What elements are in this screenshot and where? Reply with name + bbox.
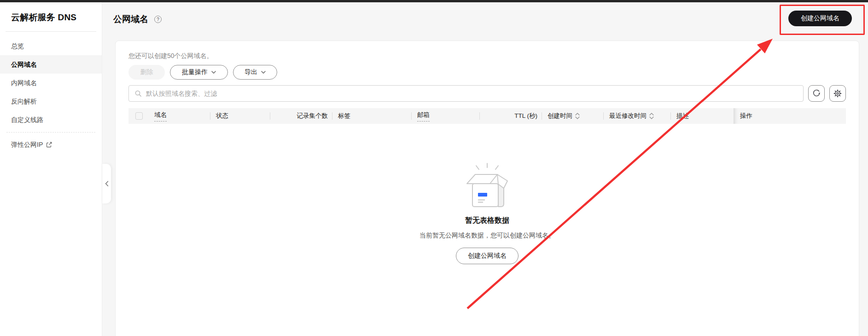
batch-operations-button[interactable]: 批量操作	[170, 65, 228, 80]
empty-title: 暂无表格数据	[128, 216, 846, 226]
sidebar-collapse-handle[interactable]	[102, 164, 111, 203]
external-link-icon	[46, 142, 52, 148]
sort-icon[interactable]	[649, 112, 654, 120]
sidebar-item-label: 弹性公网IP	[11, 135, 43, 154]
create-public-zone-button-empty[interactable]: 创建公网域名	[456, 248, 518, 264]
zone-list-card: 您还可以创建50个公网域名。 删除 批量操作 导出	[115, 41, 859, 336]
sidebar-item-ptr-record[interactable]: 反向解析	[0, 92, 102, 110]
settings-button[interactable]	[829, 85, 846, 102]
column-label: 记录集个数	[297, 112, 328, 120]
create-public-zone-button-top[interactable]: 创建公网域名	[788, 11, 852, 26]
sidebar-item-private-zone[interactable]: 内网域名	[0, 74, 102, 92]
column-label: 最近修改时间	[609, 112, 647, 120]
sidebar-dashed-divider	[6, 132, 95, 133]
gear-icon	[833, 89, 842, 98]
export-label: 导出	[245, 68, 257, 76]
empty-description: 当前暂无公网域名数据，您可以创建公网域名。	[128, 232, 846, 240]
sidebar: 云解析服务 DNS 总览公网域名内网域名反向解析自定义线路 弹性公网IP	[0, 2, 102, 336]
service-title: 云解析服务 DNS	[11, 12, 102, 23]
column-label: 域名	[154, 111, 167, 122]
search-row	[128, 85, 846, 102]
table-header: 域名状态记录集个数标签邮箱TTL (秒)创建时间最近修改时间描述操作	[128, 108, 846, 124]
column-header-description: 描述	[671, 108, 734, 124]
search-box	[128, 85, 804, 102]
column-label: 邮箱	[417, 111, 430, 122]
delete-button[interactable]: 删除	[128, 65, 165, 80]
search-icon	[134, 90, 142, 97]
sidebar-item-eip[interactable]: 弹性公网IP	[0, 135, 102, 154]
column-label: 操作	[740, 112, 752, 120]
column-label: 状态	[216, 112, 228, 120]
chevron-down-icon	[261, 71, 266, 74]
top-edge-bar	[0, 0, 868, 2]
main-content: 公网域名 ? 创建公网域名 您还可以创建50个公网域名。 删除 批量操作 导出	[102, 2, 868, 336]
sidebar-item-overview[interactable]: 总览	[0, 37, 102, 55]
empty-state: 暂无表格数据 当前暂无公网域名数据，您可以创建公网域名。 创建公网域名	[128, 124, 846, 264]
search-input[interactable]	[146, 90, 798, 97]
select-all-checkbox[interactable]	[135, 112, 143, 120]
column-label: 标签	[338, 112, 350, 120]
select-all-cell	[128, 108, 149, 124]
sidebar-item-public-zone[interactable]: 公网域名	[0, 55, 102, 74]
column-header-created[interactable]: 创建时间	[542, 108, 604, 124]
sidebar-menu: 总览公网域名内网域名反向解析自定义线路	[0, 37, 102, 129]
chevron-left-icon	[105, 181, 109, 186]
refresh-button[interactable]	[808, 85, 825, 102]
batch-operations-label: 批量操作	[182, 68, 208, 76]
column-header-tags: 标签	[332, 108, 412, 124]
help-icon[interactable]: ?	[154, 16, 162, 23]
column-header-recordsets: 记录集个数	[270, 108, 332, 124]
column-header-domain: 域名	[149, 108, 210, 124]
toolbar: 删除 批量操作 导出	[128, 65, 846, 80]
sidebar-divider	[6, 31, 96, 32]
column-label: 创建时间	[548, 112, 572, 120]
column-header-operation: 操作	[734, 108, 846, 124]
page-title: 公网域名	[113, 13, 148, 25]
chevron-down-icon	[211, 71, 216, 74]
sidebar-item-custom-line[interactable]: 自定义线路	[0, 110, 102, 129]
column-header-status: 状态	[210, 108, 270, 124]
refresh-icon	[812, 89, 821, 98]
column-header-ttl: TTL (秒)	[480, 108, 542, 124]
export-button[interactable]: 导出	[233, 65, 277, 80]
empty-box-icon	[466, 162, 508, 209]
quota-text: 您还可以创建50个公网域名。	[128, 52, 846, 60]
column-header-modified[interactable]: 最近修改时间	[604, 108, 671, 124]
page-header: 公网域名 ?	[113, 13, 162, 25]
column-header-email: 邮箱	[412, 108, 480, 124]
column-label: TTL (秒)	[514, 112, 537, 120]
sort-icon[interactable]	[575, 112, 580, 120]
column-label: 描述	[676, 112, 689, 120]
